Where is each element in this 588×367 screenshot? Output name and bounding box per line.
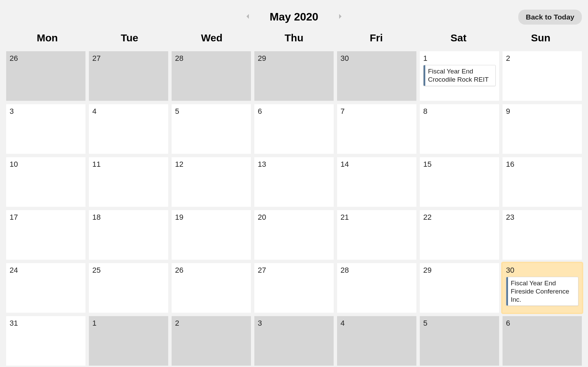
day-number: 30 — [506, 266, 578, 275]
day-cell[interactable]: 14 — [337, 157, 416, 207]
event-body: Fiscal Year EndCrocodile Rock REIT — [425, 65, 491, 86]
day-cell[interactable]: 21 — [337, 210, 416, 260]
day-cell[interactable]: 29 — [420, 263, 499, 313]
day-number: 3 — [10, 107, 82, 116]
day-number: 29 — [423, 266, 496, 275]
day-cell[interactable]: 8 — [420, 104, 499, 154]
day-cell[interactable]: 15 — [420, 157, 499, 207]
day-number: 6 — [506, 319, 578, 328]
weekday-header-row: Mon Tue Wed Thu Fri Sat Sun — [6, 29, 582, 49]
day-number: 27 — [92, 54, 165, 63]
day-number: 22 — [423, 213, 496, 222]
day-cell[interactable]: 4 — [89, 104, 168, 154]
day-number: 10 — [10, 160, 82, 169]
day-cell[interactable]: 27 — [89, 51, 168, 101]
day-number: 27 — [258, 266, 330, 275]
day-number: 30 — [340, 54, 413, 63]
day-number: 26 — [10, 54, 82, 63]
day-cell[interactable]: 28 — [172, 51, 251, 101]
day-cell[interactable]: 10 — [6, 157, 85, 207]
day-cell[interactable]: 28 — [337, 263, 416, 313]
day-number: 3 — [258, 319, 330, 328]
event-title: Fiscal Year End — [428, 67, 489, 76]
event-card[interactable]: Fiscal Year EndFireside Conference Inc. — [506, 277, 578, 306]
weekday-label: Fri — [335, 29, 417, 49]
day-cell[interactable]: 1Fiscal Year EndCrocodile Rock REIT — [420, 51, 499, 101]
day-cell[interactable]: 6 — [503, 316, 582, 366]
day-cell[interactable]: 5 — [172, 104, 251, 154]
day-cell[interactable]: 1 — [89, 316, 168, 366]
day-cell[interactable]: 18 — [89, 210, 168, 260]
weekday-label: Sat — [417, 29, 500, 49]
day-cell[interactable]: 16 — [503, 157, 582, 207]
day-cell[interactable]: 27 — [254, 263, 334, 313]
day-number: 29 — [258, 54, 330, 63]
svg-marker-1 — [339, 14, 342, 19]
day-number: 23 — [506, 213, 578, 222]
day-number: 17 — [10, 213, 82, 222]
day-number: 16 — [506, 160, 578, 169]
day-cell[interactable]: 7 — [337, 104, 416, 154]
day-cell[interactable]: 13 — [254, 157, 334, 207]
day-cell[interactable]: 25 — [89, 263, 168, 313]
day-cell[interactable]: 19 — [172, 210, 251, 260]
day-number: 9 — [506, 107, 578, 116]
day-cell[interactable]: 12 — [172, 157, 251, 207]
day-cell[interactable]: 11 — [89, 157, 168, 207]
day-number: 14 — [340, 160, 413, 169]
day-number: 11 — [92, 160, 165, 169]
event-body: Fiscal Year EndFireside Conference Inc. — [508, 277, 578, 305]
event-subtitle: Crocodile Rock REIT — [428, 76, 489, 84]
day-cell[interactable]: 22 — [420, 210, 499, 260]
day-number: 5 — [175, 107, 248, 116]
calendar-grid: 26272829301Fiscal Year EndCrocodile Rock… — [6, 51, 582, 366]
chevron-right-icon — [338, 14, 342, 19]
svg-marker-0 — [246, 14, 249, 19]
weekday-label: Mon — [6, 29, 89, 49]
day-number: 4 — [340, 319, 413, 328]
day-number: 26 — [175, 266, 248, 275]
next-month-button[interactable] — [335, 11, 346, 23]
day-cell[interactable]: 6 — [254, 104, 334, 154]
day-number: 25 — [92, 266, 165, 275]
day-cell[interactable]: 3 — [254, 316, 334, 366]
day-cell[interactable]: 31 — [6, 316, 85, 366]
day-cell[interactable]: 30 — [337, 51, 416, 101]
day-number: 12 — [175, 160, 248, 169]
chevron-left-icon — [246, 14, 250, 19]
month-title: May 2020 — [270, 11, 318, 23]
day-cell[interactable]: 2 — [503, 51, 582, 101]
day-number: 19 — [175, 213, 248, 222]
day-cell[interactable]: 26 — [6, 51, 85, 101]
day-number: 4 — [92, 107, 165, 116]
day-cell[interactable]: 20 — [254, 210, 334, 260]
day-number: 13 — [258, 160, 330, 169]
day-cell[interactable]: 29 — [254, 51, 334, 101]
day-cell[interactable]: 9 — [503, 104, 582, 154]
day-number: 5 — [423, 319, 496, 328]
day-number: 1 — [92, 319, 165, 328]
day-number: 8 — [423, 107, 496, 116]
calendar-header: May 2020 Back to Today — [6, 6, 582, 27]
day-cell[interactable]: 23 — [503, 210, 582, 260]
day-number: 20 — [258, 213, 330, 222]
day-number: 2 — [175, 319, 248, 328]
day-number: 28 — [175, 54, 248, 63]
day-cell[interactable]: 3 — [6, 104, 85, 154]
day-number: 28 — [340, 266, 413, 275]
day-number: 24 — [10, 266, 82, 275]
day-cell[interactable]: 17 — [6, 210, 85, 260]
back-to-today-button[interactable]: Back to Today — [518, 10, 582, 25]
day-cell[interactable]: 24 — [6, 263, 85, 313]
day-number: 18 — [92, 213, 165, 222]
event-card[interactable]: Fiscal Year EndCrocodile Rock REIT — [423, 65, 496, 86]
day-cell[interactable]: 5 — [420, 316, 499, 366]
weekday-label: Tue — [89, 29, 171, 49]
day-cell[interactable]: 30Fiscal Year EndFireside Conference Inc… — [503, 263, 582, 313]
day-number: 7 — [340, 107, 413, 116]
day-cell[interactable]: 2 — [172, 316, 251, 366]
prev-month-button[interactable] — [242, 11, 253, 23]
day-number: 6 — [258, 107, 330, 116]
day-cell[interactable]: 26 — [172, 263, 251, 313]
day-cell[interactable]: 4 — [337, 316, 416, 366]
